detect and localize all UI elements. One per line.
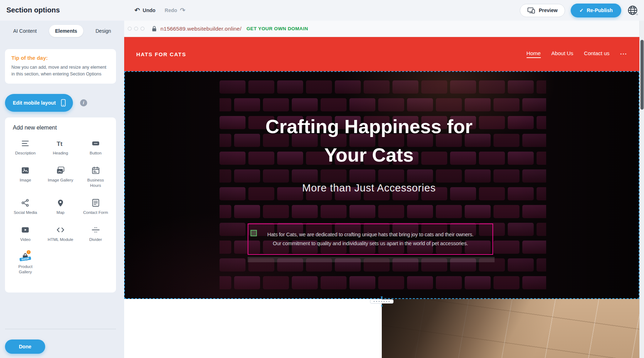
- undo-icon: ↶: [134, 7, 140, 14]
- get-your-own-domain-link[interactable]: GET YOUR OWN DOMAIN: [247, 26, 308, 31]
- website-builder-app: Section options ↶ Undo Redo ↷ P: [0, 0, 644, 358]
- button-icon: [91, 139, 100, 148]
- tip-of-the-day-card: Tip of the day: Now you can add, move an…: [5, 49, 116, 84]
- element-description[interactable]: Description: [8, 136, 43, 159]
- element-video[interactable]: Video: [8, 222, 43, 245]
- address-url[interactable]: n1566589.websitebuilder.online/: [160, 26, 242, 32]
- hero-section-selected[interactable]: Crafting Happiness for Your Cats More th…: [124, 71, 639, 299]
- window-dots: [128, 27, 144, 31]
- hero-tile: [537, 187, 546, 200]
- nav-contact-us[interactable]: Contact us: [584, 50, 609, 58]
- window-dot: [128, 27, 132, 31]
- map-icon: [56, 198, 65, 207]
- republish-label: Re-Publish: [587, 7, 613, 13]
- info-icon[interactable]: i: [80, 99, 87, 106]
- hero-tile: [263, 276, 289, 289]
- hero-copy: Crafting Happiness for Your Cats More th…: [227, 112, 511, 194]
- site-nav: Home About Us Contact us ···: [527, 37, 627, 71]
- hero-tile: [321, 98, 347, 111]
- element-html-module[interactable]: HTML Module: [43, 222, 78, 245]
- check-icon: ✓: [579, 7, 584, 13]
- hero-tile: [508, 258, 534, 272]
- hero-tile: [522, 241, 546, 254]
- hero-tile: [321, 205, 347, 218]
- element-contact-form[interactable]: Contact Form: [78, 195, 113, 218]
- upgrade-badge-icon: ↑: [26, 249, 31, 255]
- element-product-gallery[interactable]: SHOP ↑ Product Gallery: [8, 249, 43, 278]
- done-button[interactable]: Done: [5, 339, 45, 354]
- hero-tile: [407, 205, 433, 218]
- hero-tile: [220, 276, 231, 289]
- redo-label: Redo: [165, 7, 177, 13]
- hero-tile: [263, 98, 289, 111]
- tip-title: Tip of the day:: [11, 55, 110, 61]
- devices-icon: [527, 7, 535, 14]
- preview-button[interactable]: Preview: [520, 4, 565, 17]
- window-dot: [141, 27, 144, 31]
- contact-form-icon: [91, 198, 100, 207]
- nav-more-icon[interactable]: ···: [620, 51, 627, 58]
- nav-about-us[interactable]: About Us: [551, 50, 574, 58]
- hero-subheading[interactable]: More than Just Accessories: [227, 182, 511, 194]
- hero-tile: [364, 80, 390, 94]
- phone-icon: [61, 99, 66, 107]
- section-resize-handle[interactable]: ▼ ▲: [366, 295, 397, 308]
- hero-tile: [349, 205, 375, 218]
- add-element-panel: Add new element Description Tt Heading B…: [5, 117, 116, 293]
- nav-home[interactable]: Home: [527, 50, 541, 58]
- language-globe-button[interactable]: [627, 5, 638, 16]
- topbar: Section options ↶ Undo Redo ↷ P: [0, 0, 644, 21]
- description-icon: [21, 139, 30, 148]
- hero-tile: [263, 205, 289, 218]
- hero-tile: [421, 80, 447, 94]
- hero-tile: [392, 80, 418, 94]
- scrollbar[interactable]: [639, 21, 644, 358]
- hero-tile: [450, 80, 476, 94]
- tab-elements[interactable]: Elements: [49, 25, 83, 37]
- hero-tile: [537, 152, 546, 165]
- element-button[interactable]: Button: [78, 136, 113, 159]
- hero-tile: [537, 80, 546, 94]
- selected-paragraph-element[interactable]: Hats for Cats, we are dedicated to craft…: [248, 223, 493, 255]
- hero-tile: [436, 98, 462, 111]
- hero-tile: [378, 98, 404, 111]
- republish-button[interactable]: ✓ Re-Publish: [571, 4, 621, 17]
- tab-ai-content[interactable]: AI Content: [7, 25, 43, 37]
- divider-icon: [91, 225, 100, 235]
- image-icon: [21, 166, 30, 175]
- social-media-icon: [21, 198, 30, 207]
- element-social-media[interactable]: Social Media: [8, 195, 43, 218]
- hero-tile: [220, 205, 231, 218]
- html-module-icon: [56, 225, 65, 235]
- history-controls: ↶ Undo Redo ↷: [134, 0, 185, 21]
- edit-mobile-layout-button[interactable]: Edit mobile layout: [5, 94, 73, 112]
- redo-button[interactable]: Redo ↷: [165, 7, 185, 14]
- tiled-floor-photo: [382, 299, 639, 358]
- element-image[interactable]: Image: [8, 163, 43, 191]
- image-gallery-icon: [56, 166, 65, 175]
- hero-tile: [234, 205, 260, 218]
- undo-button[interactable]: ↶ Undo: [134, 7, 155, 14]
- element-divider[interactable]: Divider: [78, 222, 113, 245]
- hero-tile: [436, 276, 462, 289]
- tab-design[interactable]: Design: [89, 25, 117, 37]
- scrollbar-thumb[interactable]: [640, 40, 644, 110]
- window-dot: [134, 27, 138, 31]
- hero-tile: [378, 276, 404, 289]
- lock-icon: [152, 26, 157, 32]
- element-drag-handle[interactable]: [250, 230, 257, 236]
- hero-tile: [537, 258, 546, 272]
- hero-heading[interactable]: Crafting Happiness for Your Cats: [227, 112, 511, 169]
- element-business-hours[interactable]: Business Hours: [78, 163, 113, 191]
- globe-badge: [635, 13, 639, 16]
- video-icon: [21, 225, 30, 235]
- site-header[interactable]: HATS FOR CATS Home About Us Contact us ·…: [124, 37, 639, 71]
- browser-chrome: n1566589.websitebuilder.online/ GET YOUR…: [124, 21, 639, 37]
- hero-tile: [234, 276, 260, 289]
- element-heading[interactable]: Tt Heading: [43, 136, 78, 159]
- site-logo[interactable]: HATS FOR CATS: [136, 51, 186, 57]
- heading-icon: Tt: [56, 139, 65, 148]
- hero-tile: [220, 80, 246, 94]
- element-image-gallery[interactable]: Image Gallery: [43, 163, 78, 191]
- element-map[interactable]: Map: [43, 195, 78, 218]
